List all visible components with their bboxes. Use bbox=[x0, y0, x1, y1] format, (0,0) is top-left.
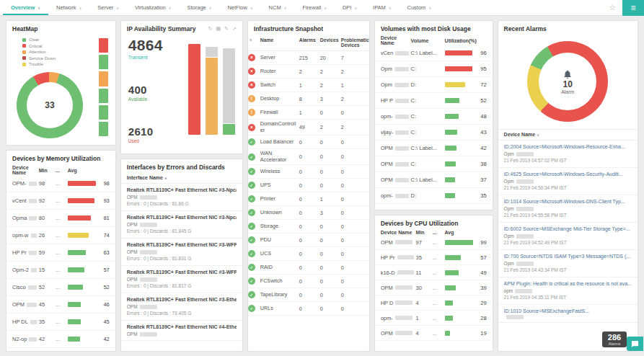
problematic-count[interactable]: 0 bbox=[341, 223, 369, 230]
nav-tab[interactable]: DPI ∨ bbox=[335, 0, 365, 15]
list-item[interactable]: Realtek RTL8139C+ Fast Ethernet NIC #3-W… bbox=[121, 239, 242, 266]
alarm-list-item[interactable]: ID:2004 Source=Microsoft-Windows-Resourc… bbox=[498, 141, 638, 168]
heatmap-cell[interactable] bbox=[99, 55, 108, 69]
table-row[interactable]: RAID 0 0 0 bbox=[248, 261, 369, 275]
devices-count[interactable]: 0 bbox=[320, 139, 338, 146]
alarm-list-item[interactable]: ID:6002 Source=MSExchange Mid-Tier Stora… bbox=[498, 223, 638, 250]
alarm-list-item[interactable]: ID:1014 Source=Microsoft-Windows-DNS-Cli… bbox=[498, 195, 638, 223]
nav-tab[interactable]: NetFlow ∨ bbox=[219, 0, 260, 15]
category-name[interactable]: Switch bbox=[260, 82, 296, 89]
alarms-count[interactable]: 0 bbox=[299, 264, 317, 271]
category-name[interactable]: Printer bbox=[260, 196, 296, 203]
col-devices[interactable]: Devices bbox=[320, 37, 338, 43]
interface-name[interactable]: Realtek RTL8139C+ Fast Ethernet NIC #4-E… bbox=[127, 324, 237, 331]
problematic-count[interactable]: 0 bbox=[341, 251, 369, 257]
col-min[interactable]: Min bbox=[39, 168, 53, 173]
category-name[interactable]: UPS bbox=[260, 182, 296, 189]
table-row[interactable]: OPM 30 ... 39 bbox=[375, 280, 493, 295]
interface-name[interactable]: Realtek RTL8139C+ Fast Ethernet NIC #3-W… bbox=[127, 269, 237, 276]
alarm-title-link[interactable]: ID:1010 Source=MSExchangeFastS... bbox=[504, 308, 632, 315]
col-volume[interactable]: Volume bbox=[411, 38, 443, 43]
alarm-title-link[interactable]: ID:2004 Source=Microsoft-Windows-Resourc… bbox=[504, 143, 632, 151]
problematic-count[interactable]: 0 bbox=[341, 110, 369, 116]
alarms-count[interactable]: 0 bbox=[299, 169, 317, 175]
devices-count[interactable]: 0 bbox=[320, 153, 338, 160]
nav-tab[interactable]: IPAM ∨ bbox=[365, 0, 399, 15]
table-row[interactable]: opm- 1 ... 28 bbox=[375, 311, 493, 326]
alarm-count-badge[interactable]: 286 Alarms bbox=[602, 331, 627, 347]
devices-count[interactable]: 2 bbox=[320, 82, 338, 89]
alarms-count[interactable]: 1 bbox=[299, 110, 317, 116]
alarms-count[interactable]: 0 bbox=[299, 292, 317, 298]
col-utilization[interactable]: Utilization(%) bbox=[445, 38, 487, 43]
devices-count[interactable]: 0 bbox=[320, 292, 338, 298]
problematic-count[interactable]: 0 bbox=[341, 139, 369, 146]
interface-name[interactable]: Realtek RTL8139C+ Fast Ethernet NIC #3-E… bbox=[127, 296, 237, 303]
problematic-count[interactable]: 0 bbox=[341, 210, 369, 216]
chat-button[interactable] bbox=[627, 337, 643, 351]
category-name[interactable]: Load Balancer bbox=[260, 139, 296, 146]
table-row[interactable]: HP D 4 ... 29 bbox=[375, 295, 493, 311]
alarm-list-item[interactable]: APM Plugin: Health is critical as the re… bbox=[498, 277, 638, 305]
category-name[interactable]: Desktop bbox=[260, 96, 296, 102]
problematic-count[interactable]: 0 bbox=[341, 153, 369, 160]
heatmap-cell[interactable] bbox=[99, 89, 108, 103]
alarm-list-item[interactable]: ID:1010 Source=MSExchangeFastS... bbox=[498, 305, 638, 323]
interface-name[interactable]: Realtek RTL8139C+ Fast Ethernet NIC #3-N… bbox=[127, 187, 237, 194]
devices-count[interactable]: 0 bbox=[320, 264, 338, 271]
table-row[interactable]: N2-op 42 ... 42 bbox=[6, 331, 115, 348]
alarms-count[interactable]: 0 bbox=[299, 210, 317, 216]
category-name[interactable]: TapeLibrary bbox=[260, 292, 296, 298]
alarms-count[interactable]: 0 bbox=[299, 251, 317, 257]
table-row[interactable]: FCSwitch 0 0 0 bbox=[248, 275, 369, 288]
category-name[interactable]: Server bbox=[260, 55, 296, 61]
alarms-count[interactable]: 49 bbox=[299, 124, 317, 130]
devices-count[interactable]: 0 bbox=[320, 278, 338, 285]
category-name[interactable]: FCSwitch bbox=[260, 278, 296, 285]
devices-count[interactable]: 0 bbox=[320, 306, 338, 312]
problematic-count[interactable]: 0 bbox=[341, 169, 369, 175]
table-row[interactable]: Unknown 0 3 0 bbox=[248, 206, 369, 220]
table-row[interactable]: vCent 92 ... 93 bbox=[6, 192, 115, 210]
heatmap-cell[interactable] bbox=[99, 122, 108, 136]
list-item[interactable]: Realtek RTL8139C+ Fast Ethernet NIC #3-E… bbox=[121, 293, 242, 321]
nav-tab[interactable]: Server ∨ bbox=[89, 0, 127, 15]
alarms-count[interactable]: 0 bbox=[299, 237, 317, 244]
table-row[interactable]: OPM C:\ Label... 42 bbox=[375, 141, 493, 156]
alarms-count[interactable]: 215 bbox=[299, 55, 317, 61]
category-name[interactable]: PDU bbox=[260, 237, 296, 244]
table-row[interactable]: Firewall 1 0 0 bbox=[248, 106, 369, 120]
problematic-count[interactable]: 0 bbox=[341, 306, 369, 312]
category-name[interactable]: WAN Accelerator bbox=[260, 151, 296, 163]
table-row[interactable]: OPM 97 ... 99 bbox=[375, 235, 493, 250]
list-item[interactable]: Realtek RTL8139C+ Fast Ethernet NIC #3-N… bbox=[121, 211, 242, 239]
sort-icon[interactable]: ∧ bbox=[164, 176, 167, 180]
table-row[interactable]: OPM 45 ... 46 bbox=[6, 296, 115, 313]
table-row[interactable]: OPM C:\ Label... 37 bbox=[375, 172, 493, 188]
heatmap-cell[interactable] bbox=[99, 105, 108, 120]
table-row[interactable]: Server 215 20 7 bbox=[248, 51, 369, 65]
heatmap-cell[interactable] bbox=[99, 71, 108, 86]
nav-tab[interactable]: Custom ∨ bbox=[400, 0, 440, 15]
problematic-count[interactable]: 0 bbox=[341, 182, 369, 189]
devices-count[interactable]: 0 bbox=[320, 182, 338, 189]
alarm-title-link[interactable]: APM Plugin: Health is critical as the re… bbox=[504, 280, 632, 288]
table-row[interactable]: OPM- 98 ... 98 bbox=[6, 175, 115, 192]
table-row[interactable]: k16-D 11 ... 49 bbox=[375, 265, 493, 280]
alarm-title-link[interactable]: ID:4625 Source=Microsoft-Windows-Securit… bbox=[504, 171, 632, 178]
col-min[interactable]: Min bbox=[416, 230, 431, 235]
edit-icon[interactable]: ✎ bbox=[224, 26, 229, 32]
problematic-count[interactable]: 7 bbox=[341, 55, 369, 61]
devices-count[interactable]: 0 bbox=[320, 110, 338, 116]
col-alarms[interactable]: Alarms bbox=[299, 37, 317, 43]
devices-count[interactable]: 3 bbox=[320, 96, 338, 102]
table-row[interactable]: vijay- C: 43 bbox=[375, 125, 493, 141]
table-row[interactable]: PDU 0 0 0 bbox=[248, 233, 369, 247]
table-row[interactable]: OPM C: 38 bbox=[375, 156, 493, 172]
table-row[interactable]: Opm C: 95 bbox=[375, 61, 493, 77]
nav-tab[interactable]: Overview ∨ bbox=[3, 0, 48, 15]
problematic-count[interactable]: 2 bbox=[341, 124, 369, 130]
sort-icon[interactable]: ∨ bbox=[250, 37, 257, 42]
table-row[interactable]: HP P C: 52 bbox=[375, 93, 493, 109]
table-row[interactable]: Opm-2 15 ... 57 bbox=[6, 262, 115, 279]
